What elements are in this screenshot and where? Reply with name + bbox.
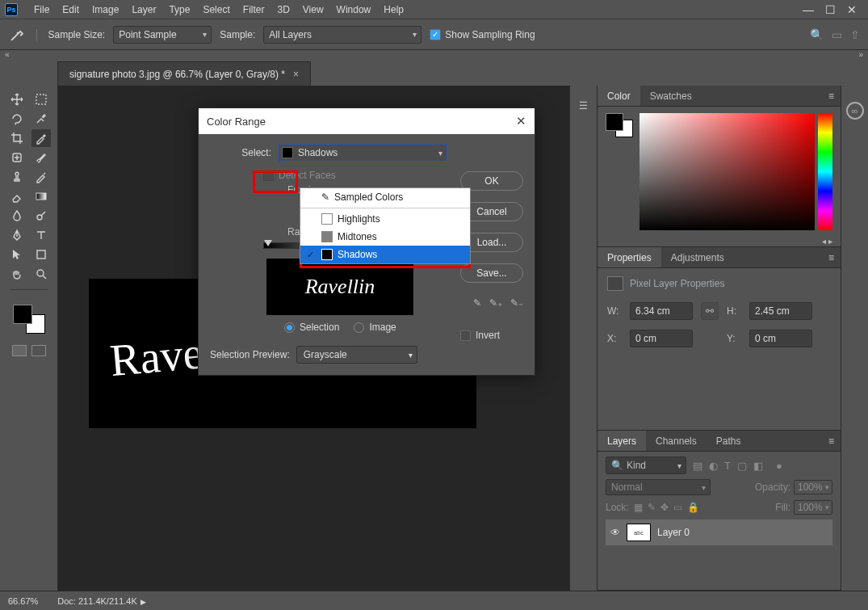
path-select-tool[interactable] bbox=[7, 246, 27, 263]
properties-tab[interactable]: Properties bbox=[598, 247, 661, 267]
menu-select[interactable]: Select bbox=[196, 1, 236, 19]
color-picker[interactable] bbox=[639, 113, 832, 230]
menu-help[interactable]: Help bbox=[377, 1, 410, 19]
menu-view[interactable]: View bbox=[296, 1, 330, 19]
pen-tool[interactable] bbox=[7, 226, 27, 244]
history-brush-tool[interactable] bbox=[31, 168, 51, 186]
properties-panel-menu[interactable]: ≡ bbox=[822, 252, 841, 263]
layer-filter-kind[interactable]: 🔍 Kind bbox=[606, 456, 686, 474]
color-panel-menu[interactable]: ≡ bbox=[822, 90, 841, 102]
sample-size-select[interactable]: Point Sample bbox=[113, 26, 212, 44]
saturation-field[interactable] bbox=[639, 113, 815, 230]
channels-tab[interactable]: Channels bbox=[646, 431, 707, 451]
save-button[interactable]: Save... bbox=[460, 263, 523, 283]
fill-input[interactable]: 100% bbox=[794, 500, 832, 515]
dropdown-shadows[interactable]: ✓Shadows bbox=[300, 246, 470, 263]
eyedropper-buttons[interactable]: ✎✎₊✎₋ bbox=[460, 297, 523, 309]
type-tool[interactable] bbox=[31, 226, 51, 244]
dodge-tool[interactable] bbox=[31, 207, 51, 225]
layer-row-0[interactable]: 👁 abc Layer 0 bbox=[606, 520, 832, 545]
window-minimize[interactable]: — bbox=[803, 3, 814, 16]
document-tab[interactable]: signature photo 3.jpg @ 66.7% (Layer 0, … bbox=[58, 61, 311, 86]
lock-icons[interactable]: ▦✎✥▭🔒 bbox=[634, 502, 699, 513]
dialog-close-icon[interactable]: ✕ bbox=[516, 114, 526, 128]
menu-image[interactable]: Image bbox=[86, 1, 125, 19]
selection-preview-select[interactable]: Grayscale bbox=[296, 346, 417, 364]
collapse-right-icon[interactable]: » bbox=[858, 50, 863, 61]
document-tab-close[interactable]: × bbox=[293, 69, 299, 80]
doc-size[interactable]: Doc: 211.4K/211.4K bbox=[57, 596, 136, 606]
svg-rect-2 bbox=[36, 193, 46, 200]
window-controls: — ☐ ✕ bbox=[803, 3, 863, 16]
quick-select-tool[interactable] bbox=[31, 110, 51, 128]
brush-tool[interactable] bbox=[31, 149, 51, 166]
dropdown-sampled-colors[interactable]: ✎Sampled Colors bbox=[300, 188, 470, 206]
paths-tab[interactable]: Paths bbox=[707, 431, 751, 451]
window-close[interactable]: ✕ bbox=[847, 3, 857, 16]
foreground-background-swatch[interactable] bbox=[13, 305, 45, 334]
cc-libraries-icon[interactable]: ∞ bbox=[846, 102, 864, 120]
app-logo: Ps bbox=[5, 3, 18, 16]
invert-checkbox[interactable]: Invert bbox=[460, 330, 523, 341]
eyedropper-tool-icon[interactable] bbox=[8, 26, 26, 44]
selection-radio[interactable]: Selection bbox=[284, 322, 339, 333]
gradient-tool[interactable] bbox=[31, 187, 51, 205]
x-input[interactable]: 0 cm bbox=[630, 330, 693, 347]
menu-3d[interactable]: 3D bbox=[270, 1, 296, 19]
zoom-level[interactable]: 66.67% bbox=[8, 596, 38, 606]
layer-filter-icons[interactable]: ▤◐T▢◧● bbox=[693, 460, 782, 472]
marquee-tool[interactable] bbox=[31, 90, 51, 108]
screen-mode-icons[interactable] bbox=[12, 345, 46, 356]
share-icon[interactable]: ⇧ bbox=[850, 28, 860, 41]
blur-tool[interactable] bbox=[7, 207, 27, 225]
shape-tool[interactable] bbox=[31, 246, 51, 263]
eraser-tool[interactable] bbox=[7, 187, 27, 205]
healing-tool[interactable] bbox=[7, 149, 27, 166]
workspace-icon[interactable]: ▭ bbox=[832, 28, 842, 41]
swatches-tab[interactable]: Swatches bbox=[640, 86, 702, 106]
panel-fgbg-swatch[interactable] bbox=[606, 113, 633, 137]
hand-tool[interactable] bbox=[7, 265, 27, 283]
menu-edit[interactable]: Edit bbox=[56, 1, 86, 19]
history-icon[interactable]: ☰ bbox=[579, 100, 588, 111]
panel-strip: ☰ bbox=[570, 86, 598, 591]
dropdown-highlights[interactable]: Highlights bbox=[300, 210, 470, 228]
opacity-input[interactable]: 100% bbox=[794, 480, 832, 494]
menu-window[interactable]: Window bbox=[330, 1, 378, 19]
properties-title: Pixel Layer Properties bbox=[630, 278, 724, 289]
move-tool[interactable] bbox=[7, 90, 27, 108]
adjustments-tab[interactable]: Adjustments bbox=[661, 247, 734, 267]
eyedropper-tool[interactable] bbox=[31, 129, 51, 147]
layers-tab[interactable]: Layers bbox=[598, 431, 646, 451]
sample-select[interactable]: All Layers bbox=[263, 26, 421, 44]
image-radio[interactable]: Image bbox=[354, 322, 396, 333]
search-icon[interactable]: 🔍 bbox=[810, 28, 824, 41]
window-maximize[interactable]: ☐ bbox=[825, 3, 836, 16]
blend-mode-select[interactable]: Normal bbox=[606, 479, 711, 495]
color-tab[interactable]: Color bbox=[598, 86, 640, 106]
menu-type[interactable]: Type bbox=[162, 1, 196, 19]
y-input[interactable]: 0 cm bbox=[749, 330, 812, 347]
visibility-toggle[interactable]: 👁 bbox=[610, 527, 620, 538]
zoom-tool[interactable] bbox=[31, 265, 51, 283]
menu-file[interactable]: File bbox=[27, 1, 56, 19]
hue-strip[interactable] bbox=[818, 113, 832, 230]
crop-tool[interactable] bbox=[7, 129, 27, 147]
dialog-titlebar[interactable]: Color Range ✕ bbox=[199, 108, 535, 134]
stamp-tool[interactable] bbox=[7, 168, 27, 186]
select-dropdown-list: ✎Sampled Colors Highlights Midtones ✓Sha… bbox=[300, 187, 471, 264]
h-input[interactable]: 2.45 cm bbox=[749, 302, 812, 320]
w-input[interactable]: 6.34 cm bbox=[630, 302, 693, 320]
toolbox bbox=[0, 86, 58, 591]
lasso-tool[interactable] bbox=[7, 110, 27, 128]
collapse-left-icon[interactable]: « bbox=[5, 50, 10, 61]
menu-filter[interactable]: Filter bbox=[237, 1, 271, 19]
select-dropdown[interactable]: Shadows bbox=[278, 144, 447, 162]
show-sampling-ring-checkbox[interactable]: ✓Show Sampling Ring bbox=[430, 29, 535, 40]
link-wh-icon[interactable]: ⚯ bbox=[701, 302, 719, 320]
svg-rect-0 bbox=[36, 95, 46, 104]
dropdown-midtones[interactable]: Midtones bbox=[300, 228, 470, 246]
document-tab-title: signature photo 3.jpg @ 66.7% (Layer 0, … bbox=[69, 69, 285, 80]
menu-layer[interactable]: Layer bbox=[125, 1, 162, 19]
layers-panel-menu[interactable]: ≡ bbox=[822, 435, 841, 447]
